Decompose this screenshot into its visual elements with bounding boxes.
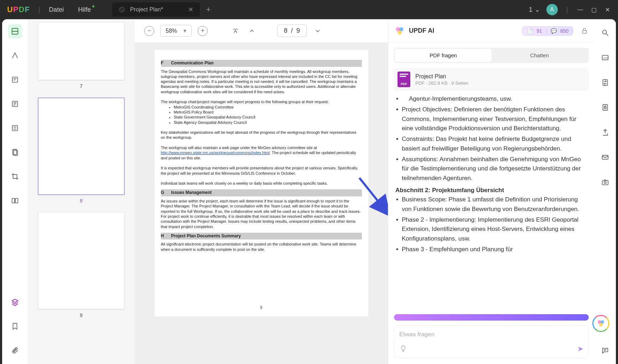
shield-lock-icon	[601, 104, 609, 111]
svg-rect-9	[12, 126, 17, 131]
ai-response-item: Project Objectives: Definieren der benöt…	[395, 105, 587, 133]
ai-tabs: PDF fragen Chatten	[394, 48, 589, 63]
ai-response-item: Business Scope: Phase 1 umfasst die Defi…	[395, 195, 587, 214]
mail-icon	[601, 153, 609, 161]
next-page-button[interactable]	[312, 26, 323, 36]
workspace-selector[interactable]: 1⌄	[529, 6, 540, 14]
form-icon	[11, 124, 19, 132]
right-tool-rail: OCR	[594, 19, 616, 364]
minimize-button[interactable]: —	[577, 6, 584, 13]
email-button[interactable]	[598, 150, 612, 164]
menu-help[interactable]: Hilfe	[78, 6, 91, 14]
page-paragraph: It is expected that workgroup members wi…	[161, 165, 362, 176]
list-item: State Government Geospatial Advisory Cou…	[174, 115, 362, 120]
screenshot-button[interactable]	[598, 175, 612, 189]
document-tab[interactable]: Project Plan* ✕	[112, 2, 200, 17]
share-icon	[601, 128, 609, 136]
list-item: State Agency Geospatial Advisory Council	[174, 120, 362, 125]
titlebar: UPDF | Datei Hilfe Project Plan* ✕ + 1⌄ …	[0, 0, 618, 19]
convert-button[interactable]	[598, 75, 612, 90]
page-paragraph: Key stakeholder organizations will be ke…	[161, 130, 362, 140]
doc-chip-title: Project Plan	[415, 73, 468, 80]
layers-icon	[11, 298, 19, 306]
close-window-button[interactable]: ✕	[604, 6, 611, 13]
page-tool[interactable]	[8, 145, 22, 159]
layers-tool[interactable]	[8, 295, 22, 309]
user-avatar[interactable]: A	[546, 4, 558, 15]
loading-bar	[394, 314, 589, 321]
thumbnails-tool[interactable]	[8, 24, 22, 38]
share-button[interactable]	[598, 125, 612, 139]
menu-file[interactable]: Datei	[49, 6, 64, 14]
lock-icon[interactable]	[581, 27, 588, 35]
compare-tool[interactable]	[8, 194, 22, 208]
thumb-preview	[38, 98, 124, 194]
svg-rect-12	[12, 199, 14, 203]
new-tab-button[interactable]: +	[206, 5, 211, 14]
zoom-level-select[interactable]: 58%▾	[160, 25, 192, 37]
tab-close-button[interactable]: ✕	[188, 6, 193, 14]
chat-button[interactable]	[598, 343, 612, 358]
protect-button[interactable]	[598, 100, 612, 115]
chevron-down-icon: ⌄	[535, 6, 540, 14]
crop-icon	[11, 173, 19, 180]
camera-icon	[601, 178, 609, 186]
svg-rect-18	[582, 31, 587, 33]
ai-fab-button[interactable]	[592, 315, 609, 332]
ai-question-input[interactable]	[399, 331, 583, 338]
tab-document-icon	[119, 6, 125, 13]
thumb-preview	[38, 213, 124, 309]
maximize-button[interactable]: ▢	[590, 6, 597, 13]
thumbnail-9[interactable]: 9	[38, 213, 124, 318]
attachment-tool[interactable]	[8, 343, 22, 358]
thumbnail-panel[interactable]: 7 8 9	[28, 19, 135, 364]
text-tool[interactable]	[8, 97, 22, 111]
highlighter-icon	[11, 52, 19, 59]
total-pages: 9	[296, 27, 300, 34]
search-button[interactable]	[598, 26, 612, 40]
ai-header: UPDF AI 📄91 | 💬850	[388, 19, 594, 43]
chevron-down-icon: ▾	[183, 27, 186, 34]
ai-fab-icon	[597, 319, 605, 328]
thumb-preview	[38, 23, 124, 80]
page-paragraph: The Geospatial Commons Workgroup will ma…	[161, 69, 362, 94]
page-number-input[interactable]: 8 / 9	[277, 25, 307, 37]
highlight-tool[interactable]	[8, 48, 22, 63]
bookmark-icon	[11, 322, 19, 330]
prev-page-button[interactable]	[246, 26, 257, 36]
credits-doc-count: 91	[536, 28, 542, 34]
thumbnail-7[interactable]: 7	[38, 23, 124, 89]
comment-tool[interactable]	[8, 73, 22, 87]
ai-response-item: Agentur-Implementierungsteams, usw.	[395, 94, 587, 104]
first-page-button[interactable]	[230, 26, 241, 36]
ai-response-body[interactable]: Agentur-Implementierungsteams, usw. Proj…	[388, 94, 594, 311]
list-item: MetroGIS Coordinating Committee	[174, 105, 362, 110]
svg-point-33	[599, 323, 603, 327]
tab-pdf-fragen[interactable]: PDF fragen	[395, 49, 492, 62]
pdf-badge-icon: PDF	[398, 72, 410, 87]
bookmark-tool[interactable]	[8, 319, 22, 333]
form-tool[interactable]	[8, 121, 22, 135]
doc-chip-meta: PDF · 262.9 KB · 9 Seiten	[415, 80, 468, 86]
list-item: MetroGIS Policy Board	[174, 110, 362, 115]
app-logo: UPDF	[7, 5, 30, 14]
svg-line-1	[120, 8, 123, 11]
send-button[interactable]: ➤	[577, 344, 583, 353]
ai-response-item: Assumptions: Annahmen beinhalten die Gen…	[395, 155, 587, 183]
lightbulb-icon[interactable]	[399, 345, 407, 353]
crop-tool[interactable]	[8, 169, 22, 184]
svg-point-17	[398, 30, 402, 35]
page-paragraph: All significant electronic project docum…	[161, 242, 362, 252]
ai-response-heading: Abschnitt 2: Projektumfang Übersicht	[395, 186, 587, 195]
svg-rect-25	[604, 107, 606, 109]
page-link[interactable]: http://www.mngeo.state.mn.us/workgroup/c…	[161, 151, 270, 155]
credits-pill[interactable]: 📄91 | 💬850	[522, 26, 573, 36]
zoom-in-button[interactable]: +	[197, 26, 208, 36]
tab-chatten[interactable]: Chatten	[492, 49, 588, 62]
page-canvas[interactable]: F Communication Plan The Geospatial Comm…	[135, 43, 388, 364]
zoom-out-button[interactable]: −	[144, 26, 155, 36]
document-chip[interactable]: PDF Project Plan PDF · 262.9 KB · 9 Seit…	[394, 68, 589, 91]
ocr-button[interactable]: OCR	[598, 51, 612, 65]
thumbnail-8[interactable]: 8	[38, 98, 124, 204]
chevron-down-icon	[314, 27, 321, 35]
